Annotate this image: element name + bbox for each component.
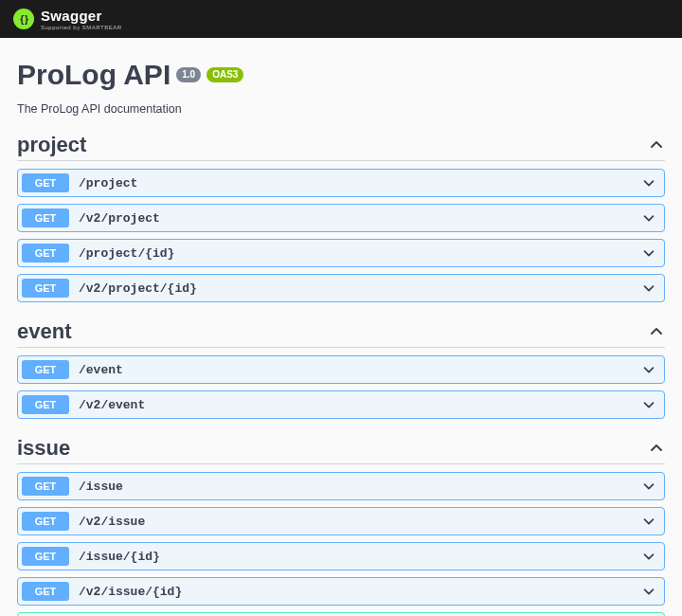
method-badge-get: GET — [22, 244, 69, 263]
main-container: ProLog API 1.0 OAS3 The ProLog API docum… — [0, 38, 682, 616]
operation-row[interactable]: GET /v2/issue/{id} — [17, 577, 665, 606]
topbar: { } Swagger Supported by SMARTBEAR — [0, 0, 682, 38]
api-header: ProLog API 1.0 OAS3 The ProLog API docum… — [17, 59, 665, 116]
operation-row[interactable]: GET /v2/event — [17, 390, 665, 419]
oas-badge: OAS3 — [206, 67, 243, 82]
operation-row[interactable]: PATCH /v2/issue/{id} — [17, 612, 665, 616]
method-badge-get: GET — [22, 208, 69, 227]
method-badge-get: GET — [22, 582, 69, 601]
chevron-up-icon — [648, 323, 665, 340]
method-badge-get: GET — [22, 477, 69, 496]
method-badge-get: GET — [22, 279, 69, 298]
operation-path: /issue/{id} — [79, 550, 641, 564]
api-description: The ProLog API documentation — [17, 102, 665, 116]
method-badge-get: GET — [22, 360, 69, 379]
operation-path: /event — [79, 363, 641, 377]
section-title: issue — [17, 436, 70, 461]
operation-row[interactable]: GET /issue/{id} — [17, 542, 665, 571]
section-title: event — [17, 319, 71, 344]
operation-row[interactable]: GET /event — [17, 355, 665, 384]
operation-path: /project/{id} — [79, 246, 641, 261]
operation-list: GET /event GET /v2/event — [17, 355, 665, 419]
operation-row[interactable]: GET /project — [17, 169, 665, 197]
swagger-logo[interactable]: { } Swagger Supported by SMARTBEAR — [13, 9, 122, 30]
section-issue: issue GET /issue GET /v2/issue GET — [17, 436, 665, 616]
chevron-up-icon — [648, 136, 665, 154]
swagger-brand-text: Swagger Supported by SMARTBEAR — [41, 9, 122, 30]
chevron-down-icon — [641, 281, 656, 296]
operation-path: /project — [79, 176, 641, 190]
chevron-down-icon — [641, 175, 656, 190]
operation-row[interactable]: GET /v2/issue — [17, 507, 665, 535]
method-badge-get: GET — [22, 173, 69, 192]
operation-row[interactable]: GET /v2/project/{id} — [17, 274, 665, 302]
chevron-up-icon — [648, 440, 665, 457]
method-badge-get: GET — [22, 547, 69, 566]
title-row: ProLog API 1.0 OAS3 — [17, 59, 665, 91]
operation-path: /issue — [79, 480, 641, 494]
chevron-down-icon — [641, 397, 656, 412]
section-event: event GET /event GET /v2/event — [17, 319, 665, 419]
operation-row[interactable]: GET /issue — [17, 472, 665, 500]
brand-name: Swagger — [41, 9, 122, 23]
section-header-project[interactable]: project — [17, 133, 665, 161]
method-badge-get: GET — [22, 512, 69, 531]
operation-path: /v2/project/{id} — [79, 281, 641, 296]
operation-path: /v2/issue — [79, 515, 641, 529]
operation-row[interactable]: GET /project/{id} — [17, 239, 665, 267]
section-title: project — [17, 133, 86, 157]
chevron-down-icon — [641, 479, 656, 494]
method-badge-get: GET — [22, 395, 69, 414]
operation-path: /v2/event — [79, 398, 641, 412]
chevron-down-icon — [641, 549, 656, 564]
operation-row[interactable]: GET /v2/project — [17, 204, 665, 232]
brand-support-line: Supported by SMARTBEAR — [41, 25, 122, 30]
operation-path: /v2/issue/{id} — [79, 585, 641, 599]
api-title: ProLog API — [17, 59, 170, 91]
chevron-down-icon — [641, 210, 656, 226]
swagger-icon: { } — [13, 9, 34, 29]
chevron-down-icon — [641, 245, 656, 261]
chevron-down-icon — [641, 514, 656, 529]
section-header-event[interactable]: event — [17, 319, 665, 348]
chevron-down-icon — [641, 362, 656, 377]
section-header-issue[interactable]: issue — [17, 436, 665, 464]
section-project: project GET /project GET /v2/project GET — [17, 133, 665, 302]
chevron-down-icon — [641, 584, 656, 599]
operation-list: GET /project GET /v2/project GET /projec… — [17, 169, 665, 302]
version-badge: 1.0 — [176, 67, 201, 82]
operation-list: GET /issue GET /v2/issue GET /issue/{id} — [17, 472, 665, 616]
operation-path: /v2/project — [79, 211, 641, 226]
